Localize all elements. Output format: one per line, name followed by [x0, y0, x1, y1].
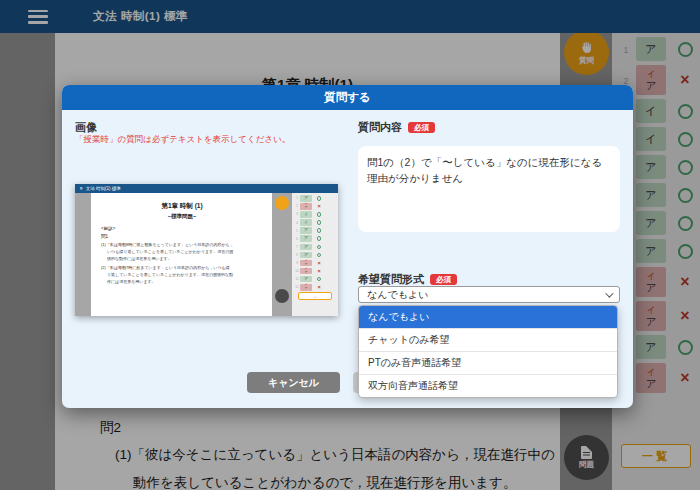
format-option[interactable]: なんでもよい — [359, 306, 617, 329]
app-screen: 文法 時制(1) 標準 第1章 時制(1) 問2 (1)「彼は今そこに立っている… — [0, 0, 700, 490]
thumb-body: 第1章 時制 (1) −標準問題− <解説> 問1 (1)「私は毎朝8時に彼と朝… — [75, 193, 338, 316]
thumb-section: <解説> — [101, 226, 263, 231]
thumb-title: 第1章 時制 (1) — [101, 202, 263, 211]
thumb-answer-row: 2イア× — [292, 203, 338, 210]
thumb-hamburger-icon: ≡ — [80, 186, 83, 191]
modal-title: 質問する — [62, 85, 633, 110]
question-content-textarea[interactable]: 問1の（2）で「〜している」なのに現在形になる理由が分かりません — [358, 146, 620, 232]
thumb-q1: 問1 — [101, 234, 263, 239]
thumb-answer-row: 1ア — [292, 195, 338, 202]
thumb-answer-row: 6ア — [292, 235, 338, 242]
thumb-top-bar: ≡ 文法 時制(1) 標準 — [75, 184, 338, 193]
thumb-answer-row: 4イ — [292, 219, 338, 226]
format-option[interactable]: PTのみ音声通話希望 — [359, 352, 617, 375]
thumb-side-strip — [272, 193, 292, 316]
image-section-label: 画像 — [75, 120, 97, 135]
thumb-answer-row: 3イ — [292, 211, 338, 218]
thumb-subtitle: −標準問題− — [101, 213, 263, 220]
thumb-answer-row: 11ア — [292, 276, 338, 283]
format-select[interactable]: なんでもよい — [358, 286, 620, 303]
thumb-answer-rows: 1ア2イア×3イ4イ5ア6ア7ア8ア9イア×10イア×11ア12イア× — [292, 195, 338, 291]
format-dropdown: なんでもよいチャットのみ希望PTのみ音声通話希望双方向音声通話希望 — [358, 305, 618, 398]
image-note: 「授業時」の質問は必ずテキストを表示してください。 — [75, 134, 290, 146]
cancel-button[interactable]: キャンセル — [247, 372, 340, 393]
required-badge: 必須 — [430, 274, 457, 286]
thumb-answer-row: 8ア — [292, 252, 338, 259]
thumb-answer-column: 1ア2イア×3イ4イ5ア6ア7ア8ア9イア×10イア×11ア12イア× → — [292, 193, 338, 316]
format-section-label: 希望質問形式 必須 — [358, 272, 457, 287]
thumb-ask-question-button — [275, 196, 289, 210]
thumb-answer-row: 12イア× — [292, 284, 338, 291]
modal-left-column: 画像 「授業時」の質問は必ずテキストを表示してください。 ≡ 文法 時制(1) … — [75, 110, 351, 408]
thumb-answer-row: 7ア — [292, 244, 338, 251]
thumb-problem-button — [275, 289, 289, 303]
required-badge: 必須 — [408, 122, 435, 134]
content-section-label: 質問内容 必須 — [358, 120, 435, 135]
thumb-next-arrow-button: → — [298, 292, 332, 300]
question-modal: 質問する 画像 「授業時」の質問は必ずテキストを表示してください。 ≡ 文法 時… — [62, 85, 633, 408]
thumb-worksheet: 第1章 時制 (1) −標準問題− <解説> 問1 (1)「私は毎朝8時に彼と朝… — [91, 193, 272, 316]
format-option[interactable]: チャットのみ希望 — [359, 329, 617, 352]
chevron-down-icon — [605, 289, 613, 297]
thumb-answer-row: 9イア× — [292, 260, 338, 267]
thumb-answer-row: 10イア× — [292, 268, 338, 275]
modal-right-column: 質問内容 必須 問1の（2）で「〜している」なのに現在形になる理由が分かりません… — [358, 110, 620, 408]
thumb-left-strip — [75, 193, 91, 316]
thumb-answer-row: 5ア — [292, 227, 338, 234]
format-option[interactable]: 双方向音声通話希望 — [359, 375, 617, 397]
attached-screenshot-thumbnail: ≡ 文法 時制(1) 標準 第1章 時制 (1) −標準問題− <解説> 問1 … — [75, 184, 338, 316]
